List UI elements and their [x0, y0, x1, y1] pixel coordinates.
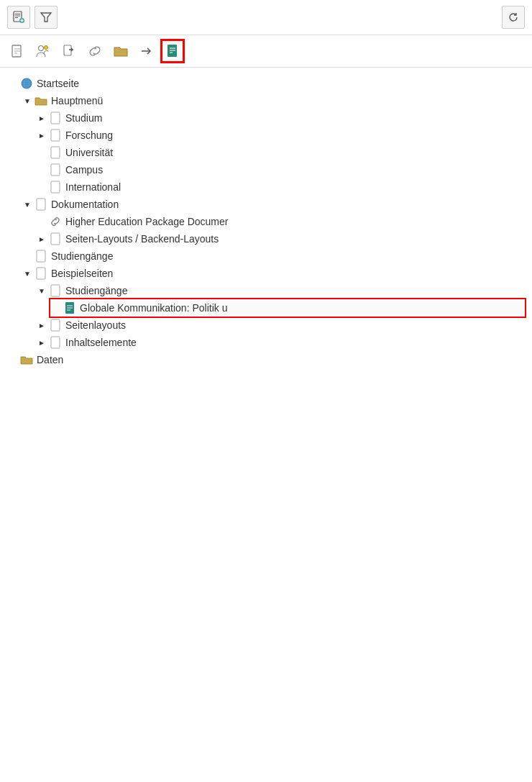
folder-daten-icon: [20, 353, 33, 366]
tree-label-beispielseiten: Beispielseiten: [51, 268, 113, 279]
toggle-forschung[interactable]: ►: [36, 129, 47, 141]
tree-item-startseite[interactable]: Startseite: [7, 75, 525, 92]
svg-rect-39: [51, 319, 60, 331]
svg-rect-27: [51, 147, 60, 158]
toggle-seiten-layouts[interactable]: ►: [36, 233, 47, 245]
page-inhaltselemente-icon: [49, 336, 62, 349]
folder-toolbar-icon: [113, 44, 129, 58]
tree-label-hauptmenu: Hauptmenü: [51, 95, 103, 106]
tree-label-inhaltselemente: Inhaltselemente: [65, 337, 137, 348]
toggle-globale-kommunikation: [50, 302, 62, 314]
svg-rect-32: [37, 250, 45, 262]
toolbar-top-left: [7, 6, 58, 29]
toggle-beispielseiten[interactable]: ▼: [22, 268, 33, 279]
toggle-studiengaenge1: [22, 250, 33, 262]
tree-item-inhaltselemente[interactable]: ► Inhaltselemente: [36, 334, 525, 351]
tree-label-seitenlayouts: Seitenlayouts: [65, 319, 126, 331]
page-tree: Startseite ▼ Hauptmenü ► Studium ► Forsc…: [0, 68, 532, 376]
tree-label-globale-kommunikation: Globale Kommunikation: Politik u: [80, 302, 227, 314]
page-studiengaenge2-icon: [49, 284, 62, 297]
page-seiten-layouts-icon: [49, 232, 62, 245]
toggle-startseite: [7, 78, 19, 89]
tree-item-hauptmenu[interactable]: ▼ Hauptmenü: [22, 92, 525, 109]
toggle-campus: [36, 164, 47, 176]
tree-label-universitaet: Universität: [65, 147, 113, 158]
page-international-icon: [49, 181, 62, 194]
page-universitaet-icon: [49, 146, 62, 159]
toolbar-link[interactable]: [85, 41, 105, 61]
svg-rect-29: [51, 181, 60, 193]
tree-label-higher-edu: Higher Education Package Documer: [65, 216, 228, 227]
toggle-higher-edu: [36, 216, 47, 227]
toggle-dokumentation[interactable]: ▼: [22, 199, 33, 210]
link-toolbar-icon: [88, 44, 102, 58]
toolbar-users[interactable]: [33, 41, 53, 61]
tree-label-international: International: [65, 181, 121, 193]
tree-item-universitaet[interactable]: Universität: [36, 144, 525, 161]
svg-marker-7: [41, 13, 51, 22]
svg-rect-33: [37, 268, 45, 279]
tree-item-studiengaenge1[interactable]: Studiengänge: [22, 247, 525, 265]
green-page-tree-icon: [63, 301, 76, 314]
toolbar-new-page[interactable]: [7, 41, 27, 61]
svg-rect-40: [51, 337, 60, 348]
toggle-international: [36, 181, 47, 193]
tree-item-dokumentation[interactable]: ▼ Dokumentation: [22, 196, 525, 213]
tree-label-seiten-layouts: Seiten-Layouts / Backend-Layouts: [65, 233, 219, 245]
toolbar-export[interactable]: [59, 41, 79, 61]
svg-rect-26: [51, 129, 60, 141]
new-button[interactable]: [7, 6, 30, 29]
tree-item-globale-kommunikation[interactable]: Globale Kommunikation: Politik u: [50, 299, 525, 317]
tree-item-daten[interactable]: Daten: [7, 351, 525, 368]
refresh-icon: [507, 11, 520, 24]
tree-item-campus[interactable]: Campus: [36, 161, 525, 178]
page-forschung-icon: [49, 129, 62, 142]
page-beispielseiten-icon: [35, 267, 47, 280]
green-page-toolbar-icon: [165, 44, 180, 58]
tree-label-studiengaenge1: Studiengänge: [51, 250, 113, 262]
tree-item-studium[interactable]: ► Studium: [36, 109, 525, 127]
tree-item-forschung[interactable]: ► Forschung: [36, 127, 525, 144]
filter-button[interactable]: [35, 6, 58, 29]
refresh-button[interactable]: [502, 6, 525, 29]
filter-toolbar-icon: [40, 11, 52, 24]
toolbar-move-to[interactable]: [137, 41, 157, 61]
svg-point-13: [45, 46, 48, 50]
tree-item-studiengaenge2[interactable]: ▼ Studiengänge: [36, 282, 525, 299]
toolbar-green-page[interactable]: [162, 41, 183, 61]
tree-item-beispielseiten[interactable]: ▼ Beispielseiten: [22, 265, 525, 282]
svg-rect-25: [51, 112, 60, 124]
tree-item-higher-edu[interactable]: Higher Education Package Documer: [36, 213, 525, 230]
tree-label-startseite: Startseite: [37, 78, 79, 89]
page-studium-icon: [49, 112, 62, 124]
toolbar-folder[interactable]: [111, 41, 131, 61]
toolbar-top: [0, 0, 532, 35]
doc-icon: [10, 44, 24, 58]
new-page-toolbar-icon: [12, 11, 25, 24]
svg-point-12: [39, 46, 44, 51]
tree-item-international[interactable]: International: [36, 178, 525, 196]
toolbar-icons: [0, 35, 532, 68]
tree-item-seitenlayouts[interactable]: ► Seitenlayouts: [36, 317, 525, 334]
toolbar-top-right: [502, 6, 525, 29]
toggle-inhaltselemente[interactable]: ►: [36, 337, 47, 348]
svg-rect-31: [51, 233, 60, 245]
link-higher-edu-icon: [49, 215, 62, 228]
toggle-daten: [7, 354, 19, 365]
svg-rect-30: [37, 199, 45, 210]
tree-label-studiengaenge2: Studiengänge: [65, 285, 127, 296]
toggle-universitaet: [36, 147, 47, 158]
toggle-studiengaenge2[interactable]: ▼: [36, 285, 47, 296]
toggle-hauptmenu[interactable]: ▼: [22, 95, 33, 106]
users-icon: [35, 44, 51, 58]
toggle-seitenlayouts[interactable]: ►: [36, 319, 47, 331]
page-campus-icon: [49, 163, 62, 176]
tree-label-dokumentation: Dokumentation: [51, 199, 119, 210]
tree-label-studium: Studium: [65, 112, 102, 124]
svg-rect-28: [51, 164, 60, 176]
toggle-studium[interactable]: ►: [36, 112, 47, 124]
export-icon: [62, 44, 76, 58]
svg-rect-14: [64, 45, 71, 55]
tree-item-seiten-layouts[interactable]: ► Seiten-Layouts / Backend-Layouts: [36, 230, 525, 247]
svg-rect-34: [51, 285, 60, 296]
